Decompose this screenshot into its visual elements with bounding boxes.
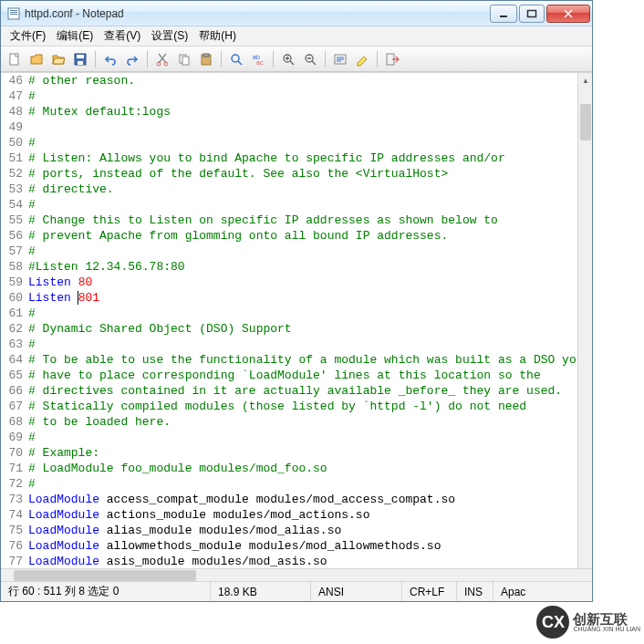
menu-file[interactable]: 文件(F) [5,26,51,46]
line-number: 76 [1,538,28,554]
find-icon[interactable] [226,49,246,69]
line-content[interactable]: # [28,337,592,352]
line-content[interactable]: Listen 801 [28,290,592,306]
code-line[interactable]: 72# [1,476,592,492]
line-content[interactable]: LoadModule asis_module modules/mod_asis.… [28,554,592,568]
code-line[interactable]: 77LoadModule asis_module modules/mod_asi… [1,554,592,568]
scroll-thumb[interactable] [580,104,591,140]
line-content[interactable]: # LoadModule foo_module modules/mod_foo.… [28,461,592,476]
line-content[interactable]: # Change this to Listen on specific IP a… [28,213,592,228]
code-line[interactable]: 76LoadModule allowmethods_module modules… [1,538,592,554]
code-line[interactable]: 61# [1,306,592,321]
copy-icon[interactable] [174,49,194,69]
code-line[interactable]: 64# To be able to use the functionality … [1,352,592,368]
menu-edit[interactable]: 编辑(E) [51,26,99,46]
save-icon[interactable] [70,49,90,69]
line-content[interactable]: # directive. [28,182,592,197]
line-content[interactable]: # Mutex default:logs [28,104,592,119]
code-line[interactable]: 54# [1,197,592,213]
line-content[interactable]: # Statically compiled modules (those lis… [28,399,592,414]
code-line[interactable]: 57# [1,244,592,259]
horizontal-scrollbar[interactable] [1,568,592,581]
code-line[interactable]: 75LoadModule alias_module modules/mod_al… [1,523,592,538]
line-content[interactable]: # [28,306,592,321]
code-line[interactable]: 48# Mutex default:logs [1,104,592,119]
line-content[interactable]: # Example: [28,445,592,461]
code-line[interactable]: 50# [1,135,592,151]
code-line[interactable]: 67# Statically compiled modules (those l… [1,399,592,414]
titlebar[interactable]: httpd.conf - Notepad [1,1,592,26]
code-line[interactable]: 68# to be loaded here. [1,414,592,430]
code-editor[interactable]: 46# other reason.47#48# Mutex default:lo… [1,73,592,568]
line-number: 63 [1,337,28,352]
line-content[interactable]: # [28,244,592,259]
code-line[interactable]: 71# LoadModule foo_module modules/mod_fo… [1,461,592,476]
line-number: 68 [1,414,28,430]
zoom-in-icon[interactable] [278,49,298,69]
redo-icon[interactable] [122,49,142,69]
code-line[interactable]: 73LoadModule access_compat_module module… [1,492,592,507]
code-line[interactable]: 52# ports, instead of the default. See a… [1,166,592,182]
line-content[interactable]: LoadModule actions_module modules/mod_ac… [28,507,592,523]
open-file-icon[interactable] [26,49,47,69]
line-content[interactable]: # directives contained in it are actuall… [28,383,592,399]
wordwrap-icon[interactable] [330,49,350,69]
line-content[interactable]: # Dynamic Shared Object (DSO) Support [28,321,592,337]
cut-icon[interactable] [152,49,172,69]
code-line[interactable]: 60Listen 801 [1,290,592,306]
maximize-button[interactable] [519,5,545,23]
line-content[interactable]: LoadModule alias_module modules/mod_alia… [28,523,592,538]
line-content[interactable]: LoadModule access_compat_module modules/… [28,492,592,507]
code-line[interactable]: 51# Listen: Allows you to bind Apache to… [1,151,592,166]
menu-settings[interactable]: 设置(S) [146,26,193,46]
line-content[interactable]: # prevent Apache from glomming onto all … [28,228,592,244]
line-content[interactable]: LoadModule allowmethods_module modules/m… [28,538,592,554]
line-content[interactable] [28,119,592,135]
line-content[interactable]: # [28,197,592,213]
menu-view[interactable]: 查看(V) [99,26,146,46]
minimize-button[interactable] [490,5,517,23]
code-line[interactable]: 58#Listen 12.34.56.78:80 [1,259,592,275]
new-file-icon[interactable] [5,49,25,69]
menu-help[interactable]: 帮助(H) [193,26,242,46]
code-line[interactable]: 70# Example: [1,445,592,461]
line-content[interactable]: #Listen 12.34.56.78:80 [28,259,592,275]
highlight-icon[interactable] [352,49,372,69]
line-content[interactable]: # To be able to use the functionality of… [28,352,592,368]
close-button[interactable] [546,5,590,23]
replace-icon[interactable]: abac [248,49,268,69]
open-folder-icon[interactable] [48,49,68,69]
vertical-scrollbar[interactable]: ▲ [577,73,592,568]
code-line[interactable]: 59Listen 80 [1,275,592,290]
scroll-thumb[interactable] [14,570,196,581]
status-size: 18.9 KB [211,582,311,601]
line-content[interactable]: # [28,88,592,104]
code-line[interactable]: 69# [1,430,592,445]
code-line[interactable]: 47# [1,88,592,104]
code-line[interactable]: 55# Change this to Listen on specific IP… [1,213,592,228]
code-line[interactable]: 74LoadModule actions_module modules/mod_… [1,507,592,523]
paste-icon[interactable] [196,49,216,69]
separator [95,51,96,68]
code-line[interactable]: 65# have to place corresponding `LoadMod… [1,368,592,383]
line-content[interactable]: # other reason. [28,73,592,88]
code-line[interactable]: 46# other reason. [1,73,592,88]
code-line[interactable]: 56# prevent Apache from glomming onto al… [1,228,592,244]
line-content[interactable]: # have to place corresponding `LoadModul… [28,368,592,383]
line-content[interactable]: Listen 80 [28,275,592,290]
scroll-up-icon[interactable]: ▲ [578,73,592,88]
zoom-out-icon[interactable] [300,49,320,69]
line-content[interactable]: # [28,476,592,492]
exit-icon[interactable] [382,49,402,69]
undo-icon[interactable] [100,49,120,69]
code-line[interactable]: 49 [1,119,592,135]
line-content[interactable]: # ports, instead of the default. See als… [28,166,592,182]
line-content[interactable]: # Listen: Allows you to bind Apache to s… [28,151,592,166]
code-line[interactable]: 66# directives contained in it are actua… [1,383,592,399]
line-content[interactable]: # [28,430,592,445]
line-content[interactable]: # to be loaded here. [28,414,592,430]
line-content[interactable]: # [28,135,592,151]
code-line[interactable]: 63# [1,337,592,352]
code-line[interactable]: 62# Dynamic Shared Object (DSO) Support [1,321,592,337]
code-line[interactable]: 53# directive. [1,182,592,197]
